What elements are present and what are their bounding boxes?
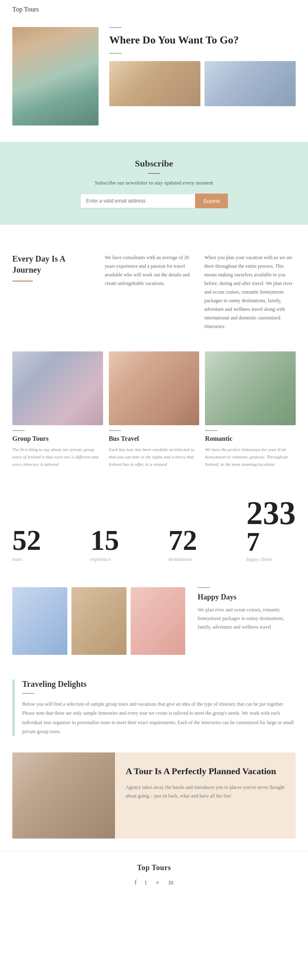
subscribe-email-input[interactable] [80,194,195,208]
facebook-icon[interactable]: f [134,879,136,887]
hero-title: Where Do You Want To Go? [109,34,296,47]
footer-logo: Top Tours [8,864,300,872]
hero-divider-bottom [109,53,122,54]
nav-logo: Top Tours [12,6,39,13]
delights-title: Traveling Delights [22,679,296,689]
happy-text: We plan river and ocean cruises, romanti… [198,606,296,631]
linkedin-icon[interactable]: in [168,879,173,887]
hero-main-image [12,27,99,125]
happy-image-2 [71,587,126,655]
stat-destinations: 72 destinations [168,526,197,563]
subscribe-title: Subscribe [12,158,296,169]
stat-clients: 233 7 happy clients [246,497,296,563]
journey-section: Every Day Is A Journey We have consultan… [0,237,308,347]
tour-image-bus [109,351,200,425]
tour-card-romantic: Romantic We have the perfect hideaways f… [205,351,296,468]
happy-image-3 [131,587,186,655]
hero-divider-top [109,27,122,28]
happy-divider [198,587,210,588]
footer: Top Tours f t ⚬ in [0,851,308,896]
navbar: Top Tours [0,0,308,19]
vacation-content: A Tour Is A Perfectly Planned Vacation A… [115,752,296,839]
subscribe-submit-button[interactable]: Submit [195,194,228,208]
stat-experience: 15 expirience [90,526,119,563]
stats-section: 52 tours 15 expirience 72 destinations 2… [0,476,308,579]
journey-col-2: When you plan your vacation with us we a… [205,253,296,331]
vacation-section: A Tour Is A Perfectly Planned Vacation A… [12,752,296,839]
tour-desc-0: The first thing to say about our private… [12,446,103,468]
journey-title: Every Day Is A Journey [12,253,92,276]
vacation-text: Agency takes away the hassle and introdu… [126,783,285,800]
delights-section: Traveling Delights Below you will find a… [0,667,308,748]
stat-label-dest: destinations [168,556,197,563]
footer-social-icons: f t ⚬ in [8,879,300,887]
instagram-icon[interactable]: ⚬ [155,879,160,887]
stat-sub-clients: 7 [246,529,296,555]
twitter-icon[interactable]: t [145,879,147,887]
journey-accent [12,280,33,282]
happy-title: Happy Days [198,593,296,602]
stat-number-clients: 233 [246,497,296,529]
tour-name-1: Bus Travel [109,435,200,442]
delights-divider [22,693,34,694]
happy-image-1 [12,587,67,655]
happy-section: Happy Days We plan river and ocean cruis… [0,579,308,667]
hero-sub-image-1 [109,61,200,106]
subscribe-text: Subscribe our newsletter to stay updated… [12,180,296,186]
tour-image-romantic [205,351,296,425]
stat-label-clients: happy clients [246,556,296,563]
subscribe-form: Submit [12,194,296,208]
stat-tours: 52 tours [12,526,41,563]
tour-name-2: Romantic [205,435,296,442]
subscribe-divider [148,173,160,174]
hero-sub-image-2 [205,61,296,106]
stat-number-dest: 72 [168,526,197,555]
stat-label-exp: expirience [90,556,119,563]
tour-card-bus: Bus Travel Each bus tour has been carefu… [109,351,200,468]
journey-col-1: We have consultants with an average of 2… [105,253,196,331]
stat-number-exp: 15 [90,526,119,555]
tour-desc-1: Each bus tour has been carefully archite… [109,446,200,468]
stat-number-tours: 52 [12,526,41,555]
tours-section: Group Tours The first thing to say about… [0,347,308,476]
tour-image-group [12,351,103,425]
hero-section: Where Do You Want To Go? [0,19,308,130]
tour-desc-2: We have the perfect hideaways for your I… [205,446,296,468]
delights-accent-bar [12,679,15,736]
stat-label-tours: tours [12,556,41,563]
vacation-title: A Tour Is A Perfectly Planned Vacation [126,766,285,777]
subscribe-section: Subscribe Subscribe our newsletter to st… [0,142,308,225]
delights-text: Below you will find a selection of sampl… [22,700,296,736]
vacation-image [12,752,115,839]
tour-card-group: Group Tours The first thing to say about… [12,351,103,468]
tour-name-0: Group Tours [12,435,103,442]
